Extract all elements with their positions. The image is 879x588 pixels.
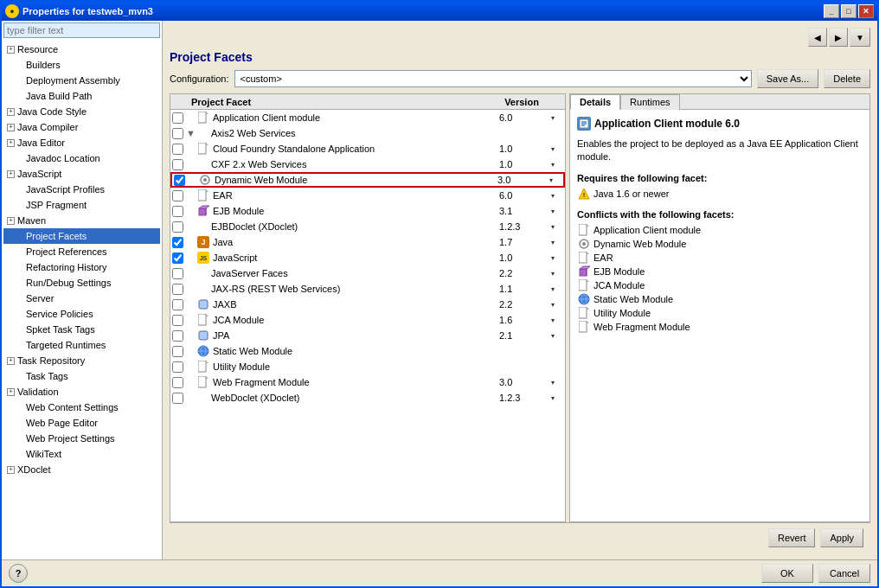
facet-name: EJB Module	[213, 206, 499, 216]
close-button[interactable]: ✕	[858, 4, 874, 18]
facet-row[interactable]: Utility Module	[170, 359, 565, 374]
facet-row[interactable]: JAXB2.2▾	[170, 297, 565, 312]
sidebar-item-task-tags[interactable]: Task Tags	[3, 368, 160, 384]
sidebar-item-spket-task-tags[interactable]: Spket Task Tags	[3, 322, 160, 337]
facet-checkbox[interactable]	[172, 330, 183, 342]
facet-checkbox[interactable]	[172, 361, 183, 373]
facet-row[interactable]: Dynamic Web Module3.0▾	[170, 172, 565, 188]
facet-checkbox[interactable]	[172, 377, 183, 388]
sidebar-item-web-content-settings[interactable]: Web Content Settings	[3, 399, 160, 415]
config-select[interactable]: <custom>	[234, 70, 752, 87]
sidebar-item-wikitext[interactable]: WikiText	[3, 446, 160, 462]
cancel-button[interactable]: Cancel	[818, 564, 870, 583]
sidebar-item-javascript[interactable]: +JavaScript	[3, 166, 160, 182]
facet-version-arrow[interactable]: ▾	[551, 114, 563, 122]
sidebar-item-javadoc-location[interactable]: Javadoc Location	[3, 150, 160, 166]
facet-version-arrow[interactable]: ▾	[551, 301, 563, 309]
facet-version-arrow[interactable]: ▾	[551, 270, 563, 278]
sidebar-item-project-facets[interactable]: Project Facets	[3, 228, 160, 244]
facet-checkbox[interactable]	[172, 206, 183, 217]
tab-runtimes[interactable]: Runtimes	[620, 94, 679, 110]
filter-input[interactable]	[3, 22, 160, 38]
sidebar-item-java-build-path[interactable]: Java Build Path	[3, 88, 160, 104]
facet-version-arrow[interactable]: ▾	[551, 161, 563, 169]
save-as-button[interactable]: Save As...	[757, 69, 819, 88]
sidebar-item-validation[interactable]: +Validation	[3, 384, 160, 399]
facet-version-arrow[interactable]: ▾	[551, 223, 563, 231]
facet-version-arrow[interactable]: ▾	[551, 285, 563, 293]
maximize-button[interactable]: □	[841, 4, 857, 18]
sidebar-item-java-code-style[interactable]: +Java Code Style	[3, 104, 160, 119]
facet-version-arrow[interactable]: ▾	[551, 254, 563, 262]
sidebar-item-deployment-assembly[interactable]: Deployment Assembly	[3, 73, 160, 88]
sidebar-item-java-editor[interactable]: +Java Editor	[3, 135, 160, 150]
facet-row[interactable]: JCA Module1.6▾	[170, 312, 565, 328]
facet-checkbox[interactable]	[172, 128, 183, 139]
facet-row[interactable]: JAX-RS (REST Web Services)1.1▾	[170, 281, 565, 297]
facet-row[interactable]: JJava1.7▾	[170, 234, 565, 250]
facet-version-arrow[interactable]: ▾	[551, 379, 563, 387]
facet-checkbox[interactable]	[172, 159, 183, 170]
facet-row[interactable]: EJB Module3.1▾	[170, 203, 565, 219]
sidebar-item-refactoring-history[interactable]: Refactoring History	[3, 259, 160, 275]
facet-row[interactable]: CXF 2.x Web Services1.0▾	[170, 157, 565, 172]
facet-row[interactable]: Static Web Module	[170, 343, 565, 359]
menu-button[interactable]: ▼	[850, 28, 870, 47]
facet-checkbox[interactable]	[172, 237, 183, 248]
sidebar-item-maven[interactable]: +Maven	[3, 213, 160, 228]
facet-version-arrow[interactable]: ▾	[551, 316, 563, 324]
facet-row[interactable]: Cloud Foundry Standalone Application1.0▾	[170, 141, 565, 157]
facet-row[interactable]: Web Fragment Module3.0▾	[170, 374, 565, 390]
facet-version-arrow[interactable]: ▾	[551, 208, 563, 215]
facet-checkbox[interactable]	[172, 393, 183, 404]
facet-row[interactable]: WebDoclet (XDoclet)1.2.3▾	[170, 390, 565, 406]
facet-row[interactable]: EAR6.0▾	[170, 188, 565, 203]
facet-version-arrow[interactable]: ▾	[551, 192, 563, 200]
facet-checkbox[interactable]	[172, 315, 183, 326]
facet-checkbox[interactable]	[172, 346, 183, 357]
facet-version-arrow[interactable]: ▾	[549, 176, 561, 184]
tab-details[interactable]: Details	[570, 94, 620, 110]
facet-checkbox[interactable]	[172, 190, 183, 201]
ok-button[interactable]: OK	[761, 564, 813, 583]
sidebar-item-project-references[interactable]: Project References	[3, 244, 160, 259]
facet-version-arrow[interactable]: ▾	[551, 239, 563, 246]
sidebar-item-javascript-profiles[interactable]: JavaScript Profiles	[3, 182, 160, 197]
sidebar-item-service-policies[interactable]: Service Policies	[3, 306, 160, 322]
forward-button[interactable]: ▶	[829, 28, 848, 47]
minimize-button[interactable]: _	[824, 4, 839, 18]
revert-button[interactable]: Revert	[768, 528, 815, 547]
facet-row[interactable]: JSJavaScript1.0▾	[170, 250, 565, 265]
sidebar-item-jsp-fragment[interactable]: JSP Fragment	[3, 197, 160, 213]
facet-checkbox[interactable]	[172, 112, 183, 124]
facet-row[interactable]: JavaServer Faces2.2▾	[170, 265, 565, 281]
facet-checkbox[interactable]	[172, 299, 183, 310]
facet-row[interactable]: EJBDoclet (XDoclet)1.2.3▾	[170, 219, 565, 234]
sidebar-item-server[interactable]: Server	[3, 291, 160, 306]
sidebar-item-task-repository[interactable]: +Task Repository	[3, 353, 160, 368]
sidebar-item-web-project-settings[interactable]: Web Project Settings	[3, 431, 160, 446]
sidebar-item-java-compiler[interactable]: +Java Compiler	[3, 119, 160, 135]
facet-row[interactable]: JPA2.1▾	[170, 328, 565, 343]
facet-checkbox[interactable]	[172, 268, 183, 279]
facet-version-arrow[interactable]: ▾	[551, 394, 563, 402]
facet-version-arrow[interactable]: ▾	[551, 332, 563, 340]
facet-checkbox[interactable]	[172, 144, 183, 155]
sidebar-item-xdoclet[interactable]: +XDoclet	[3, 462, 160, 477]
help-button[interactable]: ?	[9, 564, 28, 583]
facet-checkbox[interactable]	[174, 175, 185, 186]
back-button[interactable]: ◀	[808, 28, 827, 47]
facet-checkbox[interactable]	[172, 221, 183, 233]
facet-checkbox[interactable]	[172, 284, 183, 295]
sidebar-item-run-debug-settings[interactable]: Run/Debug Settings	[3, 275, 160, 291]
sidebar-item-resource[interactable]: +Resource	[3, 42, 160, 57]
facet-checkbox[interactable]	[172, 252, 183, 264]
facet-version-arrow[interactable]: ▾	[551, 145, 563, 153]
facet-row[interactable]: ▼Axis2 Web Services	[170, 125, 565, 141]
sidebar-item-targeted-runtimes[interactable]: Targeted Runtimes	[3, 337, 160, 353]
facet-row[interactable]: Application Client module6.0▾	[170, 110, 565, 125]
delete-button[interactable]: Delete	[824, 69, 870, 88]
sidebar-item-web-page-editor[interactable]: Web Page Editor	[3, 415, 160, 431]
apply-button[interactable]: Apply	[820, 528, 863, 547]
sidebar-item-builders[interactable]: Builders	[3, 57, 160, 73]
